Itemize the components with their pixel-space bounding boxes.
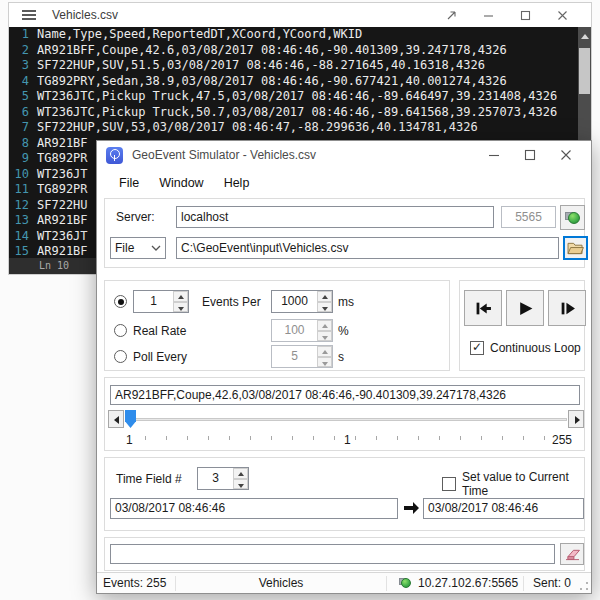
slider-min-label: 1 [123, 433, 136, 447]
line-indicator: Ln 10 [39, 258, 69, 274]
simulator-statusbar: Events: 255 Vehicles 10.27.102.67:5565 S… [97, 572, 591, 593]
file-path-input[interactable]: C:\GeoEvent\input\Vehicles.csv [176, 237, 559, 259]
spinner-down-icon [234, 479, 248, 490]
current-event-field[interactable]: AR921BFF,Coupe,42.6,03/08/2017 08:46:46,… [110, 385, 580, 405]
set-current-time-checkbox[interactable] [442, 477, 456, 491]
continuous-loop-row[interactable]: Continuous Loop [470, 341, 581, 355]
spinner-up-icon [318, 320, 332, 331]
minimize-icon[interactable] [487, 148, 501, 162]
server-label: Server: [116, 210, 155, 224]
connection-group: Server: localhost 5565 File C:\GeoEvent\… [104, 198, 585, 268]
events-count: Events: 255 [97, 576, 175, 590]
slider-current-label: 1 [341, 433, 354, 447]
rewind-button[interactable] [464, 290, 502, 326]
menubar: File Window Help [97, 169, 591, 196]
poll-every-radio[interactable] [114, 350, 127, 363]
slider-max-label: 255 [549, 433, 575, 447]
simulator-window: GeoEvent Simulator - Vehicles.csv File W… [96, 140, 592, 594]
spinner-up-icon [318, 346, 332, 357]
interval-spinner[interactable]: 1000 [271, 290, 333, 313]
connect-icon [565, 210, 581, 226]
menu-file[interactable]: File [109, 172, 149, 194]
slider-track[interactable] [126, 418, 567, 421]
continuous-loop-checkbox[interactable] [470, 341, 484, 355]
events-per-radio[interactable] [114, 295, 127, 308]
simulator-titlebar[interactable]: GeoEvent Simulator - Vehicles.csv [97, 141, 591, 169]
time-to-field[interactable]: 03/08/2017 08:46:46 [423, 498, 584, 519]
close-icon[interactable] [559, 148, 573, 162]
time-field-label: Time Field # [116, 472, 182, 486]
time-from-field[interactable]: 03/08/2017 08:46:46 [110, 498, 398, 519]
poll-spinner: 5 [271, 345, 333, 368]
open-folder-icon [567, 241, 584, 255]
set-current-time-label: Set value to Current Time [462, 470, 584, 498]
scrollbar-thumb[interactable] [579, 48, 590, 94]
event-count-spinner[interactable]: 1 [133, 290, 189, 313]
csv-line: 5WT236JTC,Pickup Truck,47.5,03/08/2017 0… [9, 89, 591, 105]
close-icon[interactable] [555, 8, 569, 22]
real-rate-radio[interactable] [114, 324, 127, 337]
rate-group: 1 Events Per 1000 ms Real Rate 100 % Pol… [104, 280, 450, 371]
csv-line: 6WT236JTC,Pickup Truck,50.7,03/08/2017 0… [9, 105, 591, 121]
time-field-group: Time Field # 3 Set value to Current Time… [104, 457, 585, 531]
editor-window-title: Vehicles.csv [52, 8, 118, 22]
spinner-up-icon [318, 291, 332, 302]
desktop: Vehicles.csv 1Name,Type,Speed,ReportedDT… [0, 0, 600, 600]
csv-line: 4TG892PRY,Sedan,38.9,03/08/2017 08:46:46… [9, 74, 591, 90]
step-forward-icon [559, 300, 576, 317]
simulation-name: Vehicles [176, 576, 386, 590]
menu-help[interactable]: Help [214, 172, 260, 194]
step-button[interactable] [548, 290, 586, 326]
connection-status-icon [399, 577, 412, 590]
spinner-down-icon [318, 331, 332, 342]
continuous-loop-label: Continuous Loop [490, 341, 581, 355]
resize-grip[interactable] [579, 581, 589, 591]
simulator-window-title: GeoEvent Simulator - Vehicles.csv [132, 148, 316, 162]
spinner-down-icon [174, 302, 188, 313]
skip-to-start-icon [475, 300, 492, 317]
source-type-select[interactable]: File [110, 237, 166, 259]
server-host-input[interactable]: localhost [176, 206, 494, 228]
progress-bar [110, 544, 555, 564]
expand-icon[interactable] [444, 8, 458, 22]
hamburger-menu-icon[interactable] [22, 10, 36, 20]
play-button[interactable] [506, 290, 544, 326]
playback-group: Continuous Loop [459, 280, 585, 371]
set-current-time-row[interactable]: Set value to Current Time [442, 470, 584, 498]
poll-every-label: Poll Every [133, 350, 187, 364]
spinner-up-icon [234, 468, 248, 479]
play-icon [517, 300, 534, 317]
arrow-right-icon [403, 501, 420, 515]
menu-window[interactable]: Window [149, 172, 213, 194]
maximize-icon[interactable] [523, 148, 537, 162]
slider-ticks [145, 436, 565, 440]
maximize-icon[interactable] [518, 8, 532, 22]
real-rate-spinner: 100 [271, 319, 333, 342]
endpoint-address: 10.27.102.67:5565 [418, 576, 518, 590]
clear-button[interactable] [560, 543, 584, 565]
ms-unit-label: ms [338, 295, 354, 309]
minimize-icon[interactable] [481, 8, 495, 22]
seconds-unit-label: s [338, 350, 344, 364]
time-field-spinner[interactable]: 3 [197, 467, 249, 490]
spinner-down-icon [318, 357, 332, 368]
csv-line: 2AR921BFF,Coupe,42.6,03/08/2017 08:46:46… [9, 43, 591, 59]
progress-group [104, 537, 585, 571]
editor-titlebar[interactable]: Vehicles.csv [9, 3, 591, 27]
slider-right-arrow[interactable] [568, 410, 584, 428]
chevron-down-icon [151, 238, 161, 258]
real-rate-label: Real Rate [133, 324, 186, 338]
slider-thumb[interactable] [125, 410, 136, 428]
csv-line: 3SF722HUP,SUV,51.5,03/08/2017 08:46:46,-… [9, 58, 591, 74]
csv-line: 7SF722HUP,SUV,53,03/08/2017 08:46:47,-88… [9, 120, 591, 136]
connect-button[interactable] [560, 205, 585, 230]
sent-count: Sent: 0 [524, 576, 571, 590]
endpoint-panel: 10.27.102.67:5565 [387, 576, 523, 590]
scroll-up-icon[interactable] [581, 34, 589, 39]
server-port-input[interactable]: 5565 [501, 206, 556, 228]
csv-line: 1Name,Type,Speed,ReportedDT,XCoord,YCoor… [9, 27, 591, 43]
slider-left-arrow[interactable] [108, 410, 124, 428]
browse-file-button[interactable] [563, 236, 588, 260]
geoevent-app-icon [106, 147, 123, 164]
spinner-down-icon [318, 302, 332, 313]
